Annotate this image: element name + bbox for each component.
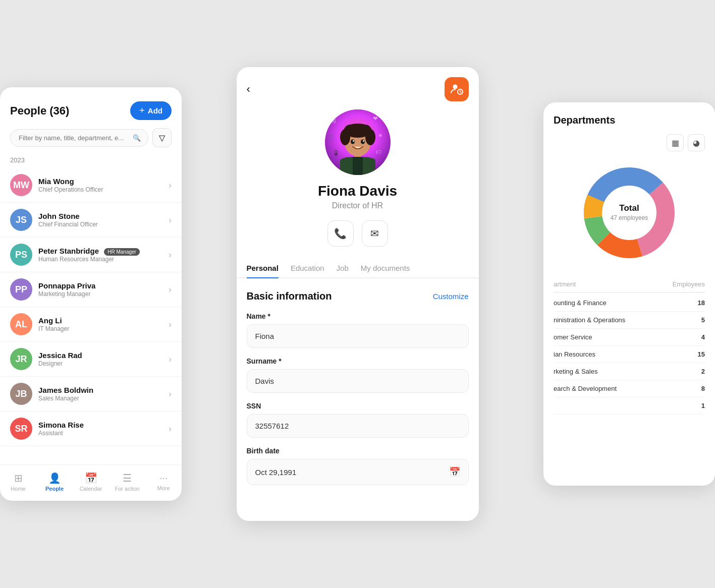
people-count-title: People (36) (10, 104, 69, 117)
filter-button[interactable]: ▽ (152, 128, 172, 147)
back-button[interactable]: ‹ (247, 83, 250, 96)
pie-chart-button[interactable]: ◕ (688, 134, 705, 151)
svg-point-17 (359, 125, 371, 137)
tab-job[interactable]: Job (337, 259, 349, 278)
filter-icon: ▽ (159, 133, 165, 143)
dept-count: 15 (698, 350, 705, 358)
nav-item-more[interactable]: ··· More (145, 470, 182, 494)
ssn-input[interactable] (255, 422, 460, 430)
department-table: artment Employees ounting & Finance 18 n… (554, 278, 705, 415)
list-item[interactable]: PP Ponnappa Priva Marketing Manager › (0, 272, 182, 307)
avatar: PS (10, 244, 32, 266)
chart-controls: ▦ ◕ (554, 134, 705, 151)
svg-rect-22 (353, 157, 363, 175)
profile-photo: ✉ ❤ 🎵 ★ 📱 🏷 (325, 109, 391, 175)
dept-count: 4 (701, 333, 705, 341)
search-box[interactable]: 🔍 (10, 129, 148, 147)
nav-item-for-action[interactable]: ☰ For action (109, 470, 145, 494)
ssn-input-wrapper[interactable] (247, 414, 469, 438)
person-name: Jessica Rad (38, 351, 162, 360)
customize-link[interactable]: Customize (433, 292, 469, 301)
email-button[interactable]: ✉ (362, 220, 388, 247)
birth-date-field-group: Birth date 📅 (247, 447, 469, 485)
search-input[interactable] (19, 134, 129, 142)
tab-personal[interactable]: Personal (247, 259, 279, 278)
people-icon: 👤 (48, 472, 61, 484)
chevron-right-icon: › (169, 389, 172, 399)
avatar: JB (10, 383, 32, 405)
donut-chart-container: Total 47 employees (554, 157, 705, 268)
nav-item-home[interactable]: ⊞ Home (0, 470, 36, 494)
svg-text:✉: ✉ (330, 117, 336, 125)
search-row: 🔍 ▽ (0, 128, 182, 154)
name-label: Name * (247, 312, 469, 320)
bar-chart-icon: ▦ (672, 138, 679, 148)
chevron-right-icon: › (169, 250, 172, 260)
birth-date-input[interactable] (255, 468, 449, 477)
surname-input[interactable] (255, 377, 460, 385)
nav-label-for-action: For action (115, 486, 140, 492)
list-item[interactable]: JR Jessica Rad Designer › (0, 342, 182, 377)
birth-date-label: Birth date (247, 447, 469, 455)
dept-row: omer Service 4 (554, 329, 705, 346)
chevron-right-icon: › (169, 319, 172, 330)
person-title: Human Resources Manager (38, 256, 162, 263)
name-input[interactable] (255, 332, 460, 340)
person-clock-icon (450, 83, 463, 96)
dept-name: ounting & Finance (554, 299, 607, 307)
action-button[interactable] (445, 77, 469, 101)
name-field-group: Name * (247, 312, 469, 348)
person-title: Chief Financial Officer (38, 221, 162, 228)
surname-input-wrapper[interactable] (247, 369, 469, 393)
plus-icon: + (139, 105, 145, 116)
avatar: PP (10, 278, 32, 301)
more-icon: ··· (159, 472, 168, 484)
add-button-label: Add (148, 106, 162, 115)
dept-count: 1 (701, 402, 705, 409)
person-info: Peter Stanbridge HR Manager Human Resour… (38, 247, 162, 263)
nav-item-calendar[interactable]: 📅 Calendar (73, 470, 109, 494)
list-item[interactable]: PS Peter Stanbridge HR Manager Human Res… (0, 238, 182, 272)
add-button[interactable]: + Add (130, 101, 172, 120)
list-item[interactable]: AL Ang Li IT Manager › (0, 307, 182, 342)
person-name: Ang Li (38, 316, 162, 325)
svg-text:Total: Total (619, 203, 639, 213)
for-action-icon: ☰ (123, 472, 132, 484)
avatar: MW (10, 174, 32, 196)
name-input-wrapper[interactable] (247, 324, 469, 348)
birth-date-input-wrapper[interactable]: 📅 (247, 459, 469, 485)
donut-chart: Total 47 employees (574, 157, 685, 268)
person-title: Sales Manager (38, 395, 162, 402)
dept-name: omer Service (554, 333, 592, 341)
list-item[interactable]: JB James Boldwin Sales Manager › (0, 377, 182, 411)
departments-title: Departments (554, 114, 705, 126)
dept-row: earch & Development 8 (554, 380, 705, 397)
ssn-field-group: SSN (247, 402, 469, 438)
list-item[interactable]: JS John Stone Chief Financial Officer › (0, 203, 182, 238)
svg-text:❤: ❤ (373, 115, 378, 122)
svg-text:🎵: 🎵 (327, 134, 335, 141)
left-panel: People (36) + Add 🔍 ▽ 2023 MW Mia Wong C… (0, 87, 182, 501)
person-info: James Boldwin Sales Manager (38, 386, 162, 402)
nav-item-people[interactable]: 👤 People (36, 470, 73, 494)
person-title: Chief Operations Officer (38, 186, 162, 193)
section-header: Basic information Customize (247, 290, 469, 302)
person-title: IT Manager (38, 325, 162, 332)
dept-count: 8 (701, 385, 705, 392)
tab-education[interactable]: Education (291, 259, 324, 278)
surname-field-group: Surname * (247, 357, 469, 393)
svg-point-0 (453, 85, 457, 89)
person-info: Ang Li IT Manager (38, 316, 162, 332)
person-name: John Stone (38, 212, 162, 220)
bar-chart-button[interactable]: ▦ (667, 134, 684, 151)
svg-point-28 (602, 186, 656, 240)
person-info: Jessica Rad Designer (38, 351, 162, 367)
avatar: AL (10, 313, 32, 335)
list-item[interactable]: MW Mia Wong Chief Operations Officer › (0, 168, 182, 203)
chevron-right-icon: › (169, 354, 172, 365)
list-item[interactable]: SR Simona Rise Assistant › (0, 411, 182, 446)
phone-button[interactable]: 📞 (327, 220, 354, 247)
hr-manager-badge: HR Manager (104, 248, 140, 256)
tab-my-documents[interactable]: My documents (361, 259, 410, 278)
dept-name: ian Resources (554, 350, 595, 358)
